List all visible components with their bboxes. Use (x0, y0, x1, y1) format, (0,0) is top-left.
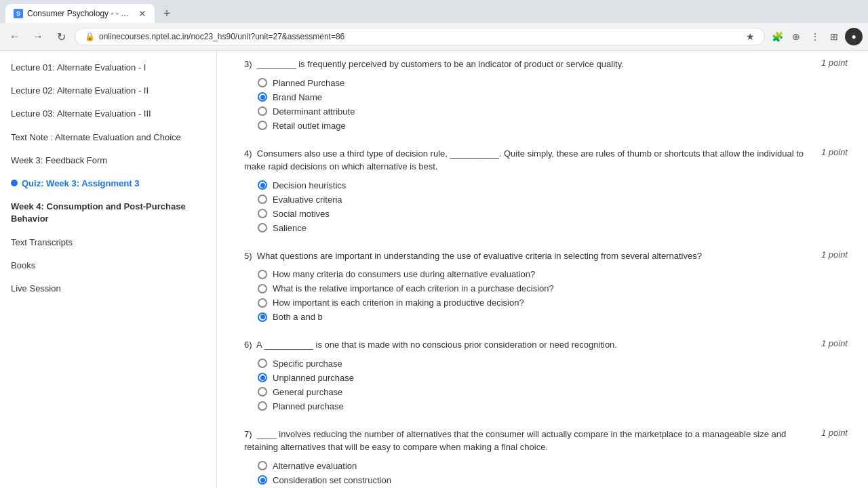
back-button[interactable]: ← (5, 27, 24, 46)
option-label: Consideration set construction (273, 475, 391, 485)
radio-social-motives[interactable] (258, 209, 267, 218)
option-label: Decision heuristics (273, 180, 346, 190)
radio-determinant-attribute[interactable] (258, 106, 267, 116)
option-alternative-evaluation[interactable]: Alternative evaluation (258, 461, 848, 471)
tab-favicon: S (14, 9, 23, 18)
option-specific-purchase[interactable]: Specific purchase (258, 359, 848, 369)
sidebar-item-lecture01[interactable]: Lecture 01: Alternate Evaluation - I (0, 56, 216, 79)
question-7-block: 7) ____ involves reducing the number of … (244, 428, 848, 489)
option-planned-purchase-q6[interactable]: Planned purchase (258, 401, 848, 411)
sidebar-item-week4-header[interactable]: Week 4: Consumption and Post-Purchase Be… (0, 195, 216, 230)
option-how-many-criteria[interactable]: How many criteria do consumers use durin… (258, 269, 848, 279)
option-salience[interactable]: Salience (258, 223, 848, 233)
question-5-points: 1 point (821, 249, 848, 260)
sidebar-item-live-session[interactable]: Live Session (0, 277, 216, 300)
question-6-options: Specific purchase Unplanned purchase Gen… (258, 359, 848, 411)
sidebar-item-lecture03[interactable]: Lecture 03: Alternate Evaluation - III (0, 102, 216, 125)
profile-icon[interactable]: ⊕ (788, 28, 804, 45)
question-4-text: 4) Consumers also use a third type of de… (244, 147, 821, 174)
question-5-options: How many criteria do consumers use durin… (258, 269, 848, 322)
option-consideration-set[interactable]: Consideration set construction (258, 475, 848, 485)
radio-planned-purchase[interactable] (258, 78, 267, 87)
address-bar[interactable]: 🔒 onlinecourses.nptel.ac.in/noc23_hs90/u… (75, 28, 765, 45)
sidebar-item-quiz[interactable]: Quiz: Week 3: Assignment 3 (0, 172, 216, 195)
option-label: Salience (273, 223, 307, 233)
option-label: Social motives (273, 209, 330, 219)
sidebar-item-lecture02[interactable]: Lecture 02: Alternate Evaluation - II (0, 79, 216, 102)
option-planned-purchase[interactable]: Planned Purchase (258, 78, 848, 88)
question-5-text: 5) What questions are important in under… (244, 249, 821, 263)
radio-specific-purchase[interactable] (258, 359, 267, 368)
question-7-text: 7) ____ involves reducing the number of … (244, 428, 821, 454)
question-3-points: 1 point (821, 58, 848, 68)
browser-nav-icons: 🧩 ⊕ ⋮ ⊞ ● (769, 28, 863, 45)
option-label: How many criteria do consumers use durin… (273, 269, 535, 279)
question-5-header: 5) What questions are important in under… (244, 249, 848, 263)
option-retail-outlet[interactable]: Retail outlet image (258, 121, 848, 131)
radio-decision-heuristics[interactable] (258, 180, 267, 190)
option-both-a-and-b[interactable]: Both a and b (258, 312, 848, 322)
option-brand-name[interactable]: Brand Name (258, 92, 848, 102)
option-label: Determinant attribute (273, 106, 355, 117)
question-4-header: 4) Consumers also use a third type of de… (244, 147, 848, 174)
radio-how-many-criteria[interactable] (258, 270, 267, 279)
option-unplanned-purchase[interactable]: Unplanned purchase (258, 373, 848, 383)
extensions-icon[interactable]: 🧩 (769, 28, 785, 45)
question-3-header: 3) ________ is frequently perceived by c… (244, 58, 848, 71)
question-7-options: Alternative evaluation Consideration set… (258, 461, 848, 489)
radio-general-purchase[interactable] (258, 387, 267, 396)
radio-planned-purchase-q6[interactable] (258, 401, 267, 411)
radio-brand-name[interactable] (258, 92, 267, 102)
question-3-text: 3) ________ is frequently perceived by c… (244, 58, 821, 71)
active-tab[interactable]: S Consumer Psychology - - Unit 5 ✕ (5, 4, 155, 23)
refresh-button[interactable]: ↻ (52, 27, 71, 46)
radio-how-important-criterion[interactable] (258, 298, 267, 308)
option-label: Specific purchase (273, 359, 342, 369)
option-label: What is the relative importance of each … (273, 283, 554, 293)
forward-button[interactable]: → (28, 27, 47, 46)
radio-salience[interactable] (258, 223, 267, 232)
menu-icon[interactable]: ⋮ (807, 28, 823, 45)
sidebar-item-text-note[interactable]: Text Note : Alternate Evaluation and Cho… (0, 126, 216, 149)
option-label: Planned Purchase (273, 78, 344, 88)
radio-evaluative-criteria[interactable] (258, 195, 267, 204)
option-evaluative-criteria[interactable]: Evaluative criteria (258, 195, 848, 205)
radio-consideration-set[interactable] (258, 475, 267, 485)
radio-relative-importance[interactable] (258, 284, 267, 293)
grid-icon[interactable]: ⊞ (826, 28, 842, 45)
option-decision-heuristics[interactable]: Decision heuristics (258, 180, 848, 190)
radio-alternative-evaluation[interactable] (258, 461, 267, 470)
radio-unplanned-purchase[interactable] (258, 373, 267, 382)
radio-retail-outlet[interactable] (258, 121, 267, 130)
address-text: onlinecourses.nptel.ac.in/noc23_hs90/uni… (99, 32, 742, 41)
question-6-header: 6) A __________ is one that is made with… (244, 338, 848, 352)
option-relative-importance[interactable]: What is the relative importance of each … (258, 283, 848, 293)
sidebar-item-books[interactable]: Books (0, 254, 216, 277)
question-6-points: 1 point (821, 338, 848, 348)
sidebar-item-text-transcripts[interactable]: Text Transcripts (0, 231, 216, 254)
browser-chrome: S Consumer Psychology - - Unit 5 ✕ + ← →… (0, 0, 868, 51)
user-avatar[interactable]: ● (845, 28, 863, 45)
option-label: Alternative evaluation (273, 461, 357, 471)
nav-bar: ← → ↻ 🔒 onlinecourses.nptel.ac.in/noc23_… (0, 23, 868, 50)
question-6-text: 6) A __________ is one that is made with… (244, 338, 821, 352)
option-label: Planned purchase (273, 401, 344, 411)
tab-close-button[interactable]: ✕ (138, 8, 146, 19)
radio-both-a-and-b[interactable] (258, 312, 267, 322)
option-social-motives[interactable]: Social motives (258, 209, 848, 219)
tab-bar: S Consumer Psychology - - Unit 5 ✕ + (0, 0, 868, 23)
option-label: Brand Name (273, 92, 322, 102)
question-7-header: 7) ____ involves reducing the number of … (244, 428, 848, 454)
main-content: 3) ________ is frequently perceived by c… (217, 51, 868, 488)
option-label: Both a and b (273, 312, 323, 322)
new-tab-button[interactable]: + (157, 4, 176, 23)
option-determinant-attribute[interactable]: Determinant attribute (258, 106, 848, 117)
question-4-points: 1 point (821, 147, 848, 157)
question-4-options: Decision heuristics Evaluative criteria … (258, 180, 848, 233)
question-5-block: 5) What questions are important in under… (244, 249, 848, 323)
sidebar-item-feedback[interactable]: Week 3: Feedback Form (0, 149, 216, 172)
option-how-important-criterion[interactable]: How important is each criterion in makin… (258, 298, 848, 308)
question-3-options: Planned Purchase Brand Name Determinant … (258, 78, 848, 131)
option-general-purchase[interactable]: General purchase (258, 387, 848, 397)
question-4-block: 4) Consumers also use a third type of de… (244, 147, 848, 233)
